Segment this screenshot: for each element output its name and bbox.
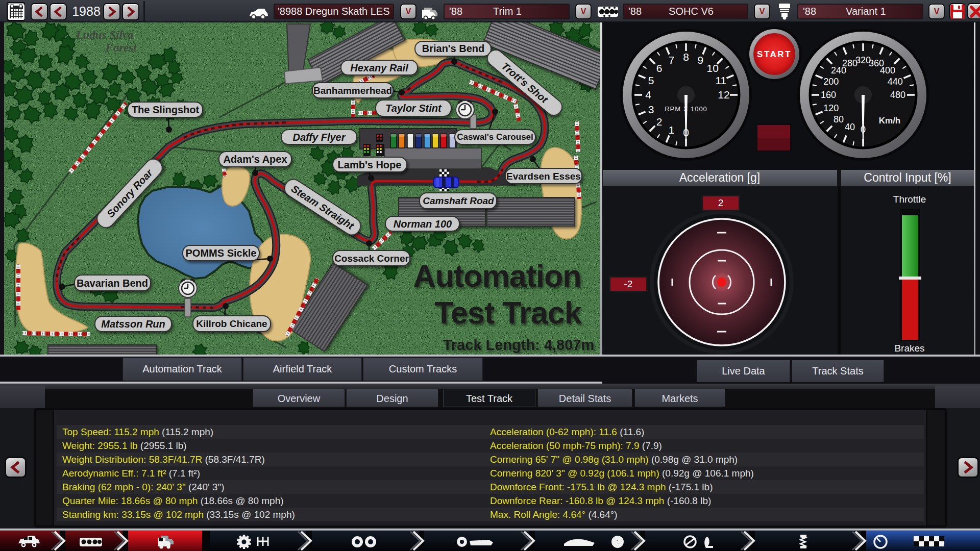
svg-text:V: V — [581, 7, 586, 16]
svg-text:1: 1 — [669, 124, 675, 136]
svg-text:Throttle: Throttle — [893, 194, 926, 205]
svg-text:Norman 100: Norman 100 — [394, 218, 452, 230]
svg-text:Forest: Forest — [105, 41, 137, 54]
svg-text:-2: -2 — [624, 279, 633, 289]
svg-text:Camshaft Road: Camshaft Road — [423, 195, 494, 206]
svg-text:Banhammerhead: Banhammerhead — [313, 85, 392, 96]
svg-text:START: START — [757, 49, 792, 59]
svg-text:V: V — [406, 7, 411, 16]
svg-text:Ludus Silva: Ludus Silva — [75, 29, 133, 41]
svg-text:Daffy Flyer: Daffy Flyer — [292, 132, 346, 143]
svg-text:2: 2 — [718, 197, 724, 208]
svg-text:400: 400 — [880, 65, 895, 76]
svg-text:Track Length: 4,807m: Track Length: 4,807m — [443, 337, 595, 353]
svg-text:Brakes: Brakes — [894, 343, 924, 354]
svg-text:Matsson Run: Matsson Run — [101, 318, 165, 330]
svg-text:Adam's Apex: Adam's Apex — [223, 154, 287, 165]
svg-text:11: 11 — [715, 74, 726, 86]
svg-text:120: 120 — [823, 103, 839, 113]
svg-text:4: 4 — [645, 89, 651, 101]
svg-text:Control Input [%]: Control Input [%] — [864, 171, 951, 184]
svg-text:The Slingshot: The Slingshot — [132, 104, 200, 115]
svg-text:40: 40 — [845, 122, 855, 132]
svg-text:Cossack Corner: Cossack Corner — [334, 253, 409, 264]
svg-text:Bavarian Bend: Bavarian Bend — [77, 278, 148, 289]
svg-text:7: 7 — [669, 54, 675, 66]
svg-text:POMMS Sickle: POMMS Sickle — [186, 247, 257, 259]
svg-text:V: V — [934, 7, 940, 16]
svg-text:Hexany Rail: Hexany Rail — [350, 62, 408, 73]
svg-text:5: 5 — [648, 74, 654, 86]
svg-text:Test Track: Test Track — [434, 295, 581, 330]
svg-text:Acceleration [g]: Acceleration [g] — [679, 171, 761, 184]
svg-text:8: 8 — [683, 51, 689, 63]
svg-text:Km/h: Km/h — [879, 116, 901, 126]
svg-text:80: 80 — [834, 114, 844, 124]
svg-text:480: 480 — [890, 90, 905, 100]
svg-text:2: 2 — [656, 116, 663, 128]
svg-text:440: 440 — [888, 77, 903, 87]
svg-text:Evardsen Esses: Evardsen Esses — [506, 171, 581, 182]
svg-text:200: 200 — [823, 77, 839, 87]
svg-text:3: 3 — [648, 104, 654, 115]
svg-text:160: 160 — [821, 90, 836, 100]
svg-text:Automation: Automation — [413, 259, 581, 293]
svg-text:Brian's Bend: Brian's Bend — [422, 43, 485, 54]
svg-text:Killrob Chicane: Killrob Chicane — [196, 318, 267, 329]
svg-text:Caswal's Carousel: Caswal's Carousel — [457, 132, 533, 142]
svg-text:9: 9 — [697, 54, 703, 66]
svg-text:10: 10 — [707, 62, 719, 74]
svg-text:Taylor Stint: Taylor Stint — [385, 103, 442, 114]
svg-text:6: 6 — [656, 62, 663, 74]
svg-text:12: 12 — [718, 89, 729, 101]
svg-text:V: V — [760, 7, 765, 16]
svg-text:Lamb's Hope: Lamb's Hope — [338, 159, 402, 170]
